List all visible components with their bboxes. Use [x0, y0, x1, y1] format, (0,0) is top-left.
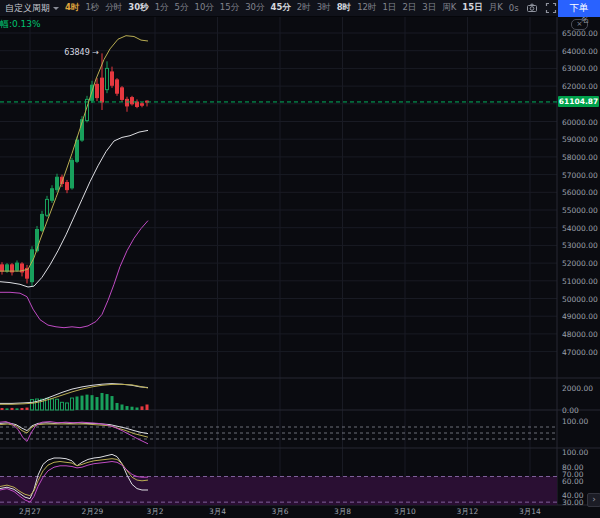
timeframe-45分[interactable]: 45分 — [271, 2, 291, 14]
price-chart-canvas[interactable] — [0, 0, 600, 518]
place-order-button[interactable]: 下单 — [558, 0, 600, 17]
screenshot-camera-icon[interactable] — [526, 2, 538, 14]
timeframe-分时[interactable]: 分时 — [105, 2, 122, 14]
timeframe-15日[interactable]: 15日 — [462, 2, 482, 14]
price-axis-label: 55000.00 — [562, 206, 598, 215]
time-axis-label: 3月10 — [388, 507, 422, 516]
time-axis-label: 2月27 — [13, 507, 47, 516]
timeframe-5分[interactable]: 5分 — [175, 2, 189, 14]
kdj-panel — [0, 454, 557, 505]
timeframe-3日[interactable]: 3日 — [422, 2, 436, 14]
price-axis-label: 51000.00 — [562, 277, 598, 286]
timeframe-12时[interactable]: 12时 — [357, 2, 376, 14]
rsi-panel — [0, 422, 557, 444]
time-axis-label: 3月12 — [451, 507, 485, 516]
price-axis-label: 54000.00 — [562, 224, 598, 233]
price-axis-label: 58000.00 — [562, 153, 598, 162]
indicator-axis-label: 2000.00 — [562, 384, 593, 393]
timeframe-周K[interactable]: 周K — [442, 2, 456, 14]
price-axis-label: 63000.00 — [562, 64, 598, 73]
timeframe-4时[interactable]: 4时 — [65, 2, 79, 14]
indicator-axis-label: 100.00 — [562, 417, 588, 426]
indicator-axis-label: 100.00 — [562, 448, 588, 457]
fullscreen-icon[interactable] — [545, 2, 557, 14]
timeframe-1秒[interactable]: 1秒 — [85, 2, 99, 14]
indicator-axis-label: 30.00 — [562, 498, 583, 507]
price-axis-label: 56000.00 — [562, 188, 598, 197]
time-axis-label: 3月8 — [326, 507, 360, 516]
price-axis-label: 52000.00 — [562, 259, 598, 268]
price-axis-label: 64000.00 — [562, 47, 598, 56]
timeframe-8时[interactable]: 8时 — [337, 2, 351, 14]
timeframe-2时[interactable]: 2时 — [297, 2, 311, 14]
timeframe-15分[interactable]: 15分 — [220, 2, 239, 14]
time-axis-label: 3月6 — [263, 507, 297, 516]
price-axis-label: 48000.00 — [562, 330, 598, 339]
price-axis-label: 65000.00 — [562, 29, 598, 38]
chevron-down-icon — [53, 7, 59, 10]
indicator-axis-label: 0.00 — [562, 406, 579, 415]
timeframe-1分[interactable]: 1分 — [155, 2, 169, 14]
time-axis-label: 3月2 — [138, 507, 172, 516]
volume-panel — [0, 384, 149, 410]
time-axis-label: 3月4 — [201, 507, 235, 516]
indicator-axis-label: 60.00 — [562, 477, 583, 486]
price-axis-label: 57000.00 — [562, 171, 598, 180]
price-axis-label: 53000.00 — [562, 241, 598, 250]
time-axis-label: 2月29 — [76, 507, 110, 516]
timeframe-list: 4时1秒分时30秒1分5分10分15分30分45分2时3时8时12时1日2日3日… — [65, 2, 503, 14]
timeframe-30秒[interactable]: 30秒 — [128, 2, 148, 14]
price-axis-label: 50000.00 — [562, 295, 598, 304]
timeframe-30分[interactable]: 30分 — [245, 2, 264, 14]
expand-arrow-icon[interactable]: › — [587, 493, 600, 507]
timeframe-0s[interactable]: 0s — [509, 3, 519, 13]
timeframe-3时[interactable]: 3时 — [317, 2, 331, 14]
price-axis-label: 62000.00 — [562, 82, 598, 91]
price-axis-label: 60000.00 — [562, 118, 598, 127]
price-axis-label: 49000.00 — [562, 312, 598, 321]
timeframe-1日[interactable]: 1日 — [382, 2, 396, 14]
price-axis-label: 59000.00 — [562, 135, 598, 144]
custom-period-selector[interactable]: 自定义周期 — [5, 2, 59, 15]
grid-lines — [0, 17, 557, 505]
high-price-annotation: 63849 → — [57, 48, 99, 57]
change-percent-label: 涨幅:0.13% — [0, 18, 41, 31]
trading-chart-app: 自定义周期 4时1秒分时30秒1分5分10分15分30分45分2时3时8时12时… — [0, 0, 600, 518]
timeframe-月K[interactable]: 月K — [489, 2, 503, 14]
current-price-tag: 61104.87 — [558, 96, 599, 107]
timeframe-10分[interactable]: 10分 — [195, 2, 214, 14]
price-axis-label: 47000.00 — [562, 348, 598, 357]
timeframe-2日[interactable]: 2日 — [402, 2, 416, 14]
custom-period-label: 自定义周期 — [5, 2, 50, 15]
time-axis-label: 3月14 — [513, 507, 547, 516]
chart-toolbar: 自定义周期 4时1秒分时30秒1分5分10分15分30分45分2时3时8时12时… — [0, 0, 600, 17]
